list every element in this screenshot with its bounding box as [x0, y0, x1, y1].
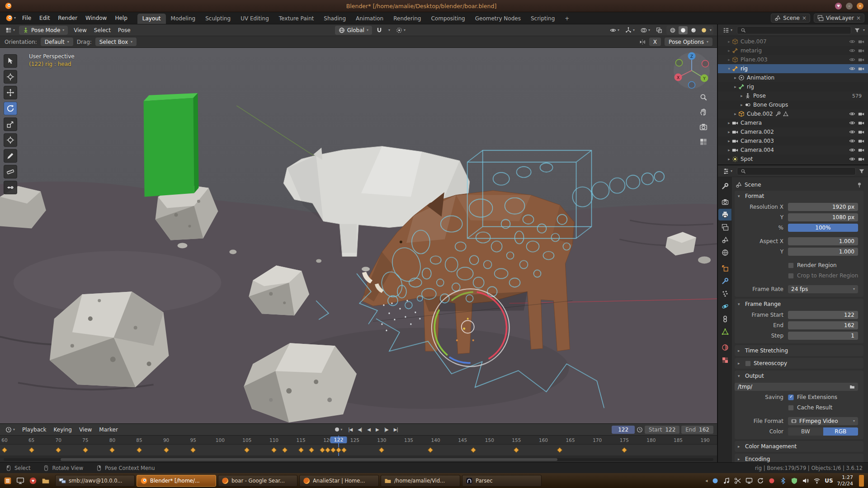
disclosure-arrow[interactable]: ▸ — [739, 103, 745, 107]
properties-tab-view-layer[interactable] — [718, 221, 731, 233]
current-frame-indicator[interactable]: 122 — [330, 436, 347, 443]
tool-rotate[interactable] — [4, 102, 17, 115]
section-checkbox[interactable] — [745, 361, 751, 366]
menu-file[interactable]: File — [18, 14, 35, 23]
files-app-button[interactable] — [40, 475, 52, 487]
outliner-row[interactable]: ▸Cube.007 — [718, 37, 868, 46]
tool-pose-breakdowner[interactable] — [4, 181, 17, 194]
outliner-row[interactable]: ▸Camera — [718, 118, 868, 127]
camera-view-button[interactable] — [699, 123, 708, 131]
viewport-menu-select[interactable]: Select — [90, 26, 114, 35]
tool-move[interactable] — [4, 86, 17, 99]
drag-dropdown[interactable]: Select Box▾ — [95, 38, 137, 46]
keyboard-layout-indicator[interactable]: US — [825, 478, 833, 484]
value-field[interactable]: 1.000 — [788, 237, 858, 245]
minimize-button[interactable]: ♥ — [835, 3, 842, 9]
value-field[interactable]: 1.000 — [788, 248, 858, 256]
value-field[interactable]: 162 — [788, 321, 858, 329]
hide-render-toggle[interactable] — [858, 120, 864, 126]
timeline[interactable]: 6065707580859095100105110115120125130135… — [0, 435, 717, 462]
percentage-slider[interactable]: 100% — [788, 224, 858, 232]
viewport-menu-view[interactable]: View — [70, 26, 90, 35]
hide-render-toggle[interactable] — [858, 129, 864, 135]
maximize-button[interactable]: – — [846, 3, 853, 9]
tool-annotate[interactable] — [4, 149, 17, 163]
tray-sync-icon[interactable] — [757, 477, 764, 484]
pan-button[interactable] — [699, 108, 708, 116]
timeline-menu-playback[interactable]: Playback — [19, 425, 50, 434]
properties-tab-modifiers[interactable] — [718, 275, 731, 287]
tool-measure[interactable] — [4, 165, 17, 178]
tray-bluetooth-icon[interactable] — [779, 477, 787, 484]
disclosure-arrow[interactable]: ▸ — [726, 121, 732, 125]
option-rgb[interactable]: RGB — [823, 427, 859, 436]
visibility-dropdown[interactable]: ▾ — [608, 26, 621, 34]
overlays-dropdown[interactable]: ▾ — [639, 26, 652, 34]
navigation-gizmo[interactable]: Z X Y — [673, 52, 711, 89]
hide-render-toggle[interactable] — [858, 56, 864, 63]
snap-dropdown[interactable]: ▾ — [387, 28, 392, 33]
properties-search[interactable] — [737, 167, 856, 175]
snap-toggle[interactable] — [374, 26, 384, 34]
hide-viewport-toggle[interactable] — [849, 56, 855, 63]
disclosure-arrow[interactable]: ▸ — [726, 39, 732, 44]
outliner-row[interactable]: ▸metarig — [718, 46, 868, 55]
screenshot-app-button[interactable] — [27, 475, 39, 487]
mode-dropdown[interactable]: Pose Mode▾ — [19, 26, 68, 35]
properties-tab-particles[interactable] — [718, 288, 731, 300]
prop-section-header[interactable]: ▾Format — [735, 191, 863, 202]
properties-tab-output[interactable] — [718, 209, 731, 221]
workspace-tab-animation[interactable]: Animation — [351, 14, 388, 24]
prop-section-header[interactable]: ▸Stereoscopy — [735, 358, 863, 369]
disclosure-arrow[interactable]: ▸ — [726, 130, 732, 134]
dropdown-field[interactable]: FFmpeg Video▾ — [788, 417, 858, 425]
checkbox-cache-result[interactable] — [788, 405, 794, 411]
hide-render-toggle[interactable] — [858, 156, 864, 162]
hide-viewport-toggle[interactable] — [849, 138, 855, 144]
properties-tab-material[interactable] — [718, 342, 731, 353]
mirror-x-toggle[interactable]: X — [649, 38, 661, 46]
proportional-edit-button[interactable]: ▾ — [394, 26, 407, 34]
taskbar-window-3[interactable]: AnalieStar | Home... — [299, 475, 379, 487]
prop-section-header[interactable]: ▸Encoding — [735, 454, 863, 462]
orientation-dropdown[interactable]: Default▾ — [41, 38, 73, 46]
play-reverse-button[interactable]: ◀ — [365, 427, 373, 432]
checkbox-file-extensions[interactable] — [788, 394, 794, 400]
outliner-editor-type-button[interactable]: ▾ — [721, 26, 734, 34]
outliner-row[interactable]: ▸rig — [718, 82, 868, 91]
workspace-tab-scripting[interactable]: Scripting — [526, 14, 560, 24]
value-field[interactable]: 122 — [788, 311, 858, 319]
timeline-ruler[interactable]: 6065707580859095100105110115120125130135… — [0, 436, 717, 445]
zoom-button[interactable] — [699, 93, 708, 101]
disclosure-arrow[interactable]: ▸ — [732, 112, 738, 116]
outliner-row[interactable]: ▸Camera.002 — [718, 127, 868, 136]
hide-render-toggle[interactable] — [858, 111, 864, 117]
tool-transform[interactable] — [4, 133, 17, 147]
hide-viewport-toggle[interactable] — [849, 111, 855, 117]
outliner-options-dropdown[interactable]: ▾ — [863, 28, 865, 32]
taskbar-window-1[interactable]: Blender* [/home/... — [137, 475, 216, 487]
properties-editor-type-button[interactable]: ▾ — [721, 167, 734, 175]
timeline-menu-marker[interactable]: Marker — [95, 425, 121, 434]
next-keyframe-button[interactable]: |▶ — [382, 427, 391, 432]
blender-menu-button[interactable]: ▾ — [4, 14, 18, 23]
hide-render-toggle[interactable] — [858, 147, 864, 153]
keyframe-track[interactable] — [0, 445, 717, 455]
workspace-tab-uv-editing[interactable]: UV Editing — [236, 14, 274, 24]
disclosure-arrow[interactable]: ▾ — [726, 66, 732, 71]
outliner-row[interactable]: ▸Camera.004 — [718, 145, 868, 155]
view-layer-selector[interactable]: ViewLayer × — [814, 14, 864, 23]
menu-help[interactable]: Help — [111, 14, 131, 23]
auto-key-toggle[interactable]: ▾ — [333, 427, 344, 432]
timeline-menu-keying[interactable]: Keying — [50, 425, 75, 434]
properties-search-input[interactable] — [748, 168, 852, 174]
prop-section-header[interactable]: ▾Output — [735, 371, 863, 381]
value-field[interactable]: 1920 px — [788, 203, 858, 211]
hide-viewport-toggle[interactable] — [849, 120, 855, 126]
tool-scale[interactable] — [4, 117, 17, 131]
outliner-row[interactable]: ▸Cube.002 — [718, 109, 868, 118]
properties-tab-object-data[interactable] — [718, 326, 731, 338]
frame-end-field[interactable]: End162 — [681, 426, 713, 434]
properties-tab-world[interactable] — [718, 247, 731, 258]
taskbar-window-5[interactable]: Parsec — [462, 475, 542, 487]
